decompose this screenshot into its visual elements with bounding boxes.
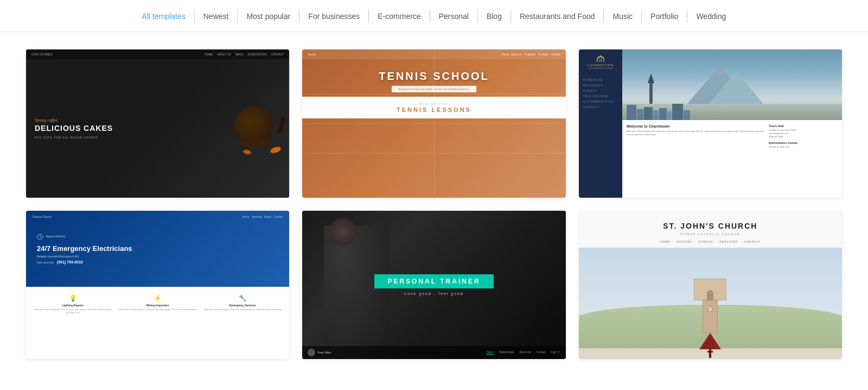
template-card-charmtown[interactable]: CHARMTOWN OUR BEAUTIFUL TOWN HOMEPAGERES… [579, 49, 842, 198]
electric-cta: Give us a call: (541) 754-3010 [37, 260, 278, 264]
trainer-nav-test: Testimonials [499, 350, 514, 355]
electric-nav: Dawson Electric Home Services About Cont… [26, 215, 289, 218]
feature-desc: Click here and start typing. Click here … [33, 308, 113, 314]
church-nav: HOME HISTORY EVENTS SERVICES CONTACT [588, 240, 833, 243]
electric-logo: Dawson Electric [37, 234, 278, 240]
trainer-bottom-bar: Peter Miller Home Testimonials About me … [302, 346, 565, 359]
trainer-nav: Home Testimonials About me Contact Cart … [486, 350, 560, 355]
church-header: ST. JOHN'S CHURCH ROMAN CATHOLIC CHURCH … [579, 211, 842, 248]
trainer-badge: PERSONAL TRAINER [374, 274, 493, 288]
feature-title: Lighting Repairs [33, 304, 113, 307]
charmtown-sub: OUR BEAUTIFUL TOWN [583, 67, 618, 70]
nav-item-music[interactable]: Music [604, 10, 642, 23]
charmtown-body: Welcome to this beautiful town situated … [627, 130, 764, 136]
template-card-electricians[interactable]: Dawson Electric Home Services About Cont… [26, 211, 289, 359]
nav-item-newest[interactable]: Newest [195, 10, 238, 23]
trainer-nav-about: About me [519, 350, 531, 355]
trainer-tagline: Look good - feel good [404, 292, 464, 295]
feature-icon: 🔧 [202, 294, 283, 302]
template-card-church[interactable]: ST. JOHN'S CHURCH ROMAN CATHOLIC CHURCH … [579, 211, 842, 359]
tennis-nav: Racket Home About us Programs Priorities… [302, 49, 565, 59]
charmtown-section-title: Welcome to Charmtown [627, 124, 764, 128]
tennis-title: TENNIS SCHOOL [313, 70, 554, 83]
trainer-nav-home: Home [486, 350, 493, 355]
feature-icon: 💡 [33, 294, 113, 302]
feature-title: Wiring Inspection [117, 304, 197, 307]
charmtown-info1-addr: 12 Main St. New York 10012somethingstree… [769, 129, 838, 139]
charmtown-menu-events: EVENTS [583, 88, 618, 93]
cafe-subtitle: Strong coffee [35, 118, 113, 123]
nav-item-wedding[interactable]: Wedding [687, 10, 735, 23]
template-nav: All templatesNewestMost popularFor busin… [0, 0, 868, 32]
tennis-brand: Racket [308, 53, 316, 56]
charmtown-logo: CHARMTOWN OUR BEAUTIFUL TOWN [583, 55, 618, 70]
nav-item-portfolio[interactable]: Portfolio [642, 10, 687, 23]
nav-item-for-businesses[interactable]: For businesses [299, 10, 369, 23]
feature-lighting-repairs: 💡 Lighting Repairs Click here and start … [30, 292, 115, 316]
feature-title: Emergency Services [202, 304, 283, 307]
trainer-avatar [308, 349, 315, 356]
svg-point-2 [602, 56, 604, 59]
trainer-content: PERSONAL TRAINER Look good - feel good [302, 211, 565, 359]
cafe-brand: CAFE CRUMBLE [31, 53, 53, 56]
nav-item-all-templates[interactable]: All templates [133, 10, 195, 23]
template-card-trainer[interactable]: PERSONAL TRAINER Look good - feel good P… [302, 211, 565, 359]
feature-desc: Click here and start typing. Click here … [202, 308, 283, 311]
cafe-content: Strong coffee DELICIOUS CAKES NYC CAFE F… [26, 59, 289, 198]
charmtown-image [622, 49, 842, 120]
nav-item-e-commerce[interactable]: E-commerce [369, 10, 430, 23]
nav-item-restaurants-food[interactable]: Restaurants and Food [511, 10, 604, 23]
charmtown-menu-residents: RESIDENTS [583, 83, 618, 88]
electric-subtitle: Reliable Licensed Electrician in NY. [37, 255, 278, 258]
food-visual [219, 101, 284, 155]
electric-title: 24/7 Emergency Electricians [37, 244, 278, 253]
charmtown-info: Welcome to Charmtown Welcome to this bea… [622, 120, 842, 153]
electric-brand: Dawson Electric [33, 215, 52, 218]
cafe-tagline: NYC CAFE FOR ALL SUGAR LOVERS [35, 136, 113, 139]
tennis-hero: TENNIS SCHOOL Programs for kids and adul… [302, 59, 565, 97]
cafe-nav-strip: CAFE CRUMBLE HOMEABOUT USMENURESERVATION… [26, 49, 289, 59]
template-card-cafe[interactable]: CAFE CRUMBLE HOMEABOUT USMENURESERVATION… [26, 49, 289, 198]
feature-wiring-inspection: ⚡ Wiring Inspection Click here and start… [115, 292, 200, 316]
charmtown-info2-title: Information Center [769, 141, 838, 144]
nav-item-most-popular[interactable]: Most popular [238, 10, 299, 23]
church-building [688, 279, 732, 359]
charmtown-info1-title: Town Hall [769, 124, 838, 128]
electric-hero: Dawson Electric Home Services About Cont… [26, 211, 289, 287]
electric-phone: (541) 754-3010 [57, 260, 83, 264]
feature-desc: Click here and start typing. Click here … [117, 308, 197, 311]
charmtown-menu-homepage: HOMEPAGE [583, 77, 618, 83]
template-grid: CAFE CRUMBLE HOMEABOUT USMENURESERVATION… [0, 32, 868, 376]
charmtown-content: Welcome to Charmtown Welcome to this bea… [622, 49, 842, 198]
charmtown-menu: HOMEPAGERESIDENTSEVENTSTRIP ADVISORACCOM… [583, 77, 618, 110]
svg-point-0 [597, 56, 599, 59]
feature-icon: ⚡ [117, 294, 197, 302]
church-title: ST. JOHN'S CHURCH [588, 222, 833, 230]
tennis-subtitle: Programs for kids and adults. Group and … [392, 86, 476, 92]
trainer-nav-contact: Contact [537, 350, 546, 355]
feature-emergency-services: 🔧 Emergency Services Click here and star… [200, 292, 285, 316]
charmtown-sidebar: CHARMTOWN OUR BEAUTIFUL TOWN HOMEPAGERES… [579, 49, 622, 198]
church-subtitle: ROMAN CATHOLIC CHURCH [588, 232, 833, 236]
electric-content: Dawson Electric 24/7 Emergency Electrici… [37, 234, 278, 265]
charmtown-menu-accommodation: ACCOMMODATION [583, 99, 618, 104]
nav-item-personal[interactable]: Personal [430, 10, 478, 23]
electric-card: Dawson Electric Home Services About Cont… [26, 211, 289, 320]
cafe-nav-links: HOMEABOUT USMENURESERVATIONCONTACT [205, 53, 284, 56]
nav-item-blog[interactable]: Blog [478, 10, 511, 23]
charmtown-info2-addr: 18 Park St. New York [769, 146, 838, 148]
trainer-nav-cart: Cart 🛒 [551, 350, 560, 355]
church-image [579, 248, 842, 359]
charmtown-menu-contact: CONTACT [583, 104, 618, 110]
template-card-tennis[interactable]: Racket Home About us Programs Priorities… [302, 49, 565, 198]
tennis-nav-links: Home About us Programs Priorities Contac… [502, 53, 560, 56]
charmtown-menu-trip-advisor: TRIP ADVISOR [583, 93, 618, 99]
trainer-name: Peter Miller [317, 351, 331, 354]
electric-nav-links: Home Services About Contact [242, 215, 283, 218]
cafe-title: DELICIOUS CAKES [35, 124, 113, 133]
electric-features: 💡 Lighting Repairs Click here and start … [26, 287, 289, 320]
svg-point-1 [599, 55, 602, 58]
